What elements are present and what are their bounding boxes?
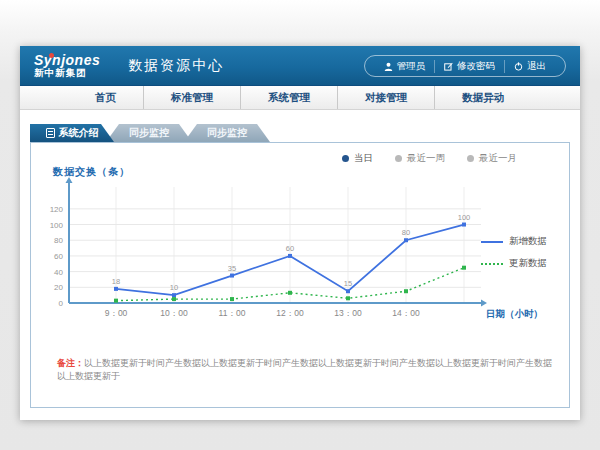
- radio-last-week[interactable]: 最近一周: [395, 152, 445, 165]
- logo-wordmark: Synjones: [34, 53, 100, 67]
- footnote: 备注：以上数据更新于时间产生数据以上数据更新于时间产生数据以上数据更新于时间产生…: [57, 357, 555, 382]
- svg-text:100: 100: [50, 221, 64, 230]
- svg-text:120: 120: [50, 205, 64, 214]
- edit-icon: [444, 62, 453, 71]
- svg-text:9：00: 9：00: [105, 308, 128, 318]
- svg-text:10: 10: [170, 283, 178, 292]
- svg-text:0: 0: [59, 299, 64, 308]
- chart-panel: 当日 最近一周 最近一月 数据交换（条） 0204060801001209：00…: [30, 142, 570, 408]
- user-icon: [384, 62, 393, 71]
- radio-dot-icon: [467, 155, 474, 162]
- svg-text:14：00: 14：00: [392, 308, 420, 318]
- radio-label: 最近一周: [407, 152, 445, 165]
- legend-item-updated-data: 更新数据: [481, 257, 559, 270]
- svg-text:日期（小时）: 日期（小时）: [486, 308, 543, 320]
- svg-text:10：00: 10：00: [160, 308, 188, 318]
- nav-item-interface-mgmt[interactable]: 对接管理: [337, 86, 434, 109]
- svg-text:60: 60: [54, 252, 63, 261]
- change-password-label: 修改密码: [457, 60, 495, 73]
- radio-label: 当日: [354, 152, 373, 165]
- logout-label: 退出: [527, 60, 546, 73]
- svg-text:60: 60: [286, 244, 294, 253]
- svg-text:80: 80: [54, 236, 63, 245]
- tab-label: 同步监控: [129, 126, 169, 140]
- svg-text:13：00: 13：00: [334, 308, 362, 318]
- logo-company-name: 新中新集团: [34, 68, 100, 78]
- tab-sync-monitor-1[interactable]: 同步监控: [106, 124, 192, 142]
- chart-legend: 新增数据 更新数据: [481, 235, 559, 279]
- radio-dot-icon: [342, 155, 349, 162]
- current-user-button[interactable]: 管理员: [375, 60, 435, 73]
- tab-system-intro[interactable]: 系统介绍: [30, 124, 114, 142]
- app-window: Synjones 新中新集团 数据资源中心 管理员 修改密码 退出 首页 标准管…: [20, 46, 580, 420]
- svg-text:12：00: 12：00: [276, 308, 304, 318]
- nav-item-system-mgmt[interactable]: 系统管理: [240, 86, 337, 109]
- tab-label: 系统介绍: [59, 126, 99, 140]
- tab-strip: 系统介绍 同步监控 同步监控: [30, 124, 570, 142]
- footnote-text: 以上数据更新于时间产生数据以上数据更新于时间产生数据以上数据更新于时间产生数据以…: [57, 358, 552, 381]
- user-label: 管理员: [397, 60, 426, 73]
- user-toolbar: 管理员 修改密码 退出: [364, 55, 567, 77]
- radio-dot-icon: [395, 155, 402, 162]
- footnote-label: 备注：: [57, 358, 84, 368]
- power-icon: [514, 62, 523, 71]
- legend-item-new-data: 新增数据: [481, 235, 559, 248]
- legend-line-sample: [481, 241, 503, 243]
- time-range-filter: 当日 最近一周 最近一月: [342, 152, 517, 165]
- svg-text:20: 20: [54, 283, 63, 292]
- svg-text:100: 100: [458, 213, 471, 222]
- legend-label: 新增数据: [509, 235, 547, 248]
- svg-text:11：00: 11：00: [219, 308, 246, 318]
- radio-last-month[interactable]: 最近一月: [467, 152, 517, 165]
- main-nav: 首页 标准管理 系统管理 对接管理 数据异动: [20, 86, 580, 110]
- svg-text:35: 35: [228, 264, 236, 273]
- logout-button[interactable]: 退出: [504, 60, 555, 73]
- page-title: 数据资源中心: [116, 57, 224, 75]
- brand-header: Synjones 新中新集团 数据资源中心 管理员 修改密码 退出: [20, 46, 580, 86]
- tab-sync-monitor-2[interactable]: 同步监控: [184, 124, 270, 142]
- legend-line-sample: [481, 263, 503, 265]
- svg-text:40: 40: [54, 268, 63, 277]
- svg-text:80: 80: [402, 228, 410, 237]
- nav-item-data-change[interactable]: 数据异动: [434, 86, 531, 109]
- change-password-button[interactable]: 修改密码: [434, 60, 504, 73]
- nav-item-standard-mgmt[interactable]: 标准管理: [143, 86, 240, 109]
- document-icon: [46, 128, 55, 138]
- tab-label: 同步监控: [207, 126, 247, 140]
- svg-text:18: 18: [112, 277, 120, 286]
- company-logo: Synjones 新中新集团: [34, 53, 100, 78]
- legend-label: 更新数据: [509, 257, 547, 270]
- nav-item-home[interactable]: 首页: [68, 86, 143, 109]
- radio-label: 最近一月: [479, 152, 517, 165]
- svg-text:15: 15: [344, 279, 352, 288]
- radio-today[interactable]: 当日: [342, 152, 373, 165]
